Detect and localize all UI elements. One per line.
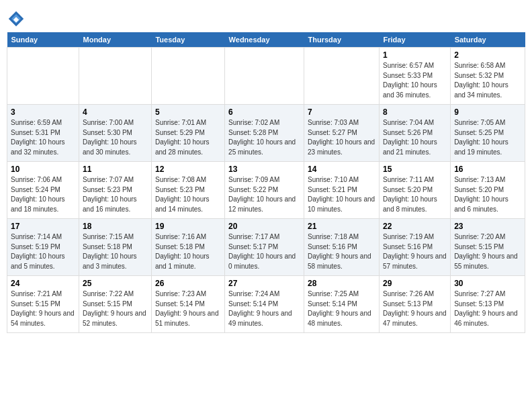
day-info: Sunset: 5:15 PM (83, 300, 148, 310)
day-cell (225, 48, 304, 105)
day-info: Sunrise: 7:08 AM (155, 175, 221, 185)
header-cell-sunday: Sunday (7, 32, 79, 48)
day-number: 29 (383, 279, 447, 288)
day-cell: 12Sunrise: 7:08 AMSunset: 5:23 PMDayligh… (151, 162, 224, 219)
day-info: Sunset: 5:20 PM (454, 185, 521, 195)
day-info: Sunset: 5:28 PM (228, 128, 300, 138)
day-info: Daylight: 9 hours and 51 minutes. (155, 309, 221, 328)
day-info: Sunrise: 6:59 AM (11, 118, 75, 128)
day-number: 22 (383, 222, 447, 231)
day-cell: 26Sunrise: 7:23 AMSunset: 5:14 PMDayligh… (151, 276, 224, 333)
page-header (7, 7, 525, 28)
day-info: Sunrise: 7:23 AM (155, 289, 221, 300)
day-cell: 6Sunrise: 7:02 AMSunset: 5:28 PMDaylight… (225, 105, 304, 162)
day-info: Sunrise: 6:57 AM (383, 61, 447, 71)
day-number: 25 (83, 279, 148, 288)
day-info: Sunset: 5:32 PM (454, 71, 521, 81)
day-cell: 28Sunrise: 7:25 AMSunset: 5:14 PMDayligh… (304, 276, 380, 333)
day-cell: 24Sunrise: 7:21 AMSunset: 5:15 PMDayligh… (7, 276, 79, 333)
header-cell-tuesday: Tuesday (151, 32, 224, 48)
day-info: Sunset: 5:13 PM (383, 300, 447, 310)
day-cell: 7Sunrise: 7:03 AMSunset: 5:27 PMDaylight… (304, 105, 380, 162)
day-info: Sunrise: 7:19 AM (383, 232, 447, 242)
day-info: Sunrise: 7:15 AM (83, 232, 148, 242)
day-info: Daylight: 10 hours and 30 minutes. (83, 138, 148, 157)
header-cell-wednesday: Wednesday (225, 32, 304, 48)
day-cell: 30Sunrise: 7:27 AMSunset: 5:13 PMDayligh… (451, 276, 525, 333)
day-info: Daylight: 10 hours and 16 minutes. (83, 195, 148, 214)
day-info: Daylight: 10 hours and 36 minutes. (383, 81, 447, 100)
day-info: Sunset: 5:27 PM (308, 128, 375, 138)
day-info: Sunrise: 7:02 AM (228, 118, 300, 128)
header-row: SundayMondayTuesdayWednesdayThursdayFrid… (7, 32, 525, 48)
day-info: Sunset: 5:24 PM (11, 185, 75, 195)
day-info: Sunset: 5:15 PM (454, 242, 521, 253)
day-cell (79, 48, 152, 105)
day-info: Sunset: 5:29 PM (155, 128, 221, 138)
day-info: Sunrise: 7:03 AM (308, 118, 375, 128)
day-info: Sunset: 5:19 PM (11, 242, 75, 253)
day-info: Daylight: 10 hours and 12 minutes. (228, 195, 300, 214)
day-info: Daylight: 9 hours and 54 minutes. (11, 309, 75, 328)
day-info: Sunrise: 7:09 AM (228, 175, 300, 185)
day-info: Sunset: 5:22 PM (228, 185, 300, 195)
week-row-2: 3Sunrise: 6:59 AMSunset: 5:31 PMDaylight… (7, 105, 525, 162)
day-info: Daylight: 10 hours and 32 minutes. (11, 138, 75, 157)
day-cell (304, 48, 380, 105)
day-cell: 25Sunrise: 7:22 AMSunset: 5:15 PMDayligh… (79, 276, 152, 333)
day-info: Sunrise: 7:21 AM (11, 289, 75, 300)
day-number: 8 (383, 107, 447, 117)
day-info: Sunset: 5:20 PM (383, 185, 447, 195)
day-cell: 23Sunrise: 7:20 AMSunset: 5:15 PMDayligh… (451, 219, 525, 276)
day-cell: 3Sunrise: 6:59 AMSunset: 5:31 PMDaylight… (7, 105, 79, 162)
day-number: 15 (383, 165, 447, 174)
day-info: Sunset: 5:15 PM (11, 300, 75, 310)
day-cell: 16Sunrise: 7:13 AMSunset: 5:20 PMDayligh… (451, 162, 525, 219)
day-info: Daylight: 9 hours and 52 minutes. (83, 309, 148, 328)
day-info: Sunset: 5:30 PM (83, 128, 148, 138)
day-info: Sunset: 5:25 PM (454, 128, 521, 138)
day-info: Daylight: 10 hours and 14 minutes. (155, 195, 221, 214)
day-cell: 18Sunrise: 7:15 AMSunset: 5:18 PMDayligh… (79, 219, 152, 276)
day-info: Sunset: 5:26 PM (383, 128, 447, 138)
day-cell: 20Sunrise: 7:17 AMSunset: 5:17 PMDayligh… (225, 219, 304, 276)
day-cell: 17Sunrise: 7:14 AMSunset: 5:19 PMDayligh… (7, 219, 79, 276)
day-cell: 2Sunrise: 6:58 AMSunset: 5:32 PMDaylight… (451, 48, 525, 105)
day-cell: 4Sunrise: 7:00 AMSunset: 5:30 PMDaylight… (79, 105, 152, 162)
day-number: 13 (228, 165, 300, 174)
day-info: Sunset: 5:17 PM (228, 242, 300, 253)
day-cell: 22Sunrise: 7:19 AMSunset: 5:16 PMDayligh… (380, 219, 451, 276)
day-info: Daylight: 10 hours and 34 minutes. (454, 81, 521, 100)
day-number: 19 (155, 222, 221, 231)
day-info: Daylight: 10 hours and 18 minutes. (11, 195, 75, 214)
day-info: Sunrise: 7:10 AM (308, 175, 375, 185)
day-number: 2 (454, 50, 521, 60)
day-info: Sunset: 5:21 PM (308, 185, 375, 195)
day-number: 5 (155, 107, 221, 117)
day-info: Daylight: 9 hours and 46 minutes. (454, 309, 521, 328)
day-info: Sunset: 5:18 PM (83, 242, 148, 253)
day-info: Sunset: 5:33 PM (383, 71, 447, 81)
day-info: Sunset: 5:16 PM (308, 242, 375, 253)
week-row-4: 17Sunrise: 7:14 AMSunset: 5:19 PMDayligh… (7, 219, 525, 276)
day-info: Daylight: 9 hours and 57 minutes. (383, 252, 447, 271)
day-cell: 1Sunrise: 6:57 AMSunset: 5:33 PMDaylight… (380, 48, 451, 105)
day-info: Sunset: 5:14 PM (228, 300, 300, 310)
day-number: 7 (308, 107, 375, 117)
day-cell: 13Sunrise: 7:09 AMSunset: 5:22 PMDayligh… (225, 162, 304, 219)
day-cell: 21Sunrise: 7:18 AMSunset: 5:16 PMDayligh… (304, 219, 380, 276)
day-number: 10 (11, 165, 75, 174)
day-cell: 11Sunrise: 7:07 AMSunset: 5:23 PMDayligh… (79, 162, 152, 219)
day-info: Daylight: 10 hours and 3 minutes. (83, 252, 148, 271)
day-info: Sunset: 5:31 PM (11, 128, 75, 138)
day-number: 24 (11, 279, 75, 288)
day-info: Sunrise: 7:16 AM (155, 232, 221, 242)
day-info: Sunrise: 7:27 AM (454, 289, 521, 300)
calendar-body: 1Sunrise: 6:57 AMSunset: 5:33 PMDaylight… (7, 48, 525, 333)
day-cell: 9Sunrise: 7:05 AMSunset: 5:25 PMDaylight… (451, 105, 525, 162)
week-row-1: 1Sunrise: 6:57 AMSunset: 5:33 PMDaylight… (7, 48, 525, 105)
day-info: Sunrise: 7:20 AM (454, 232, 521, 242)
day-info: Daylight: 9 hours and 47 minutes. (383, 309, 447, 328)
day-cell: 15Sunrise: 7:11 AMSunset: 5:20 PMDayligh… (380, 162, 451, 219)
day-info: Sunrise: 7:14 AM (11, 232, 75, 242)
